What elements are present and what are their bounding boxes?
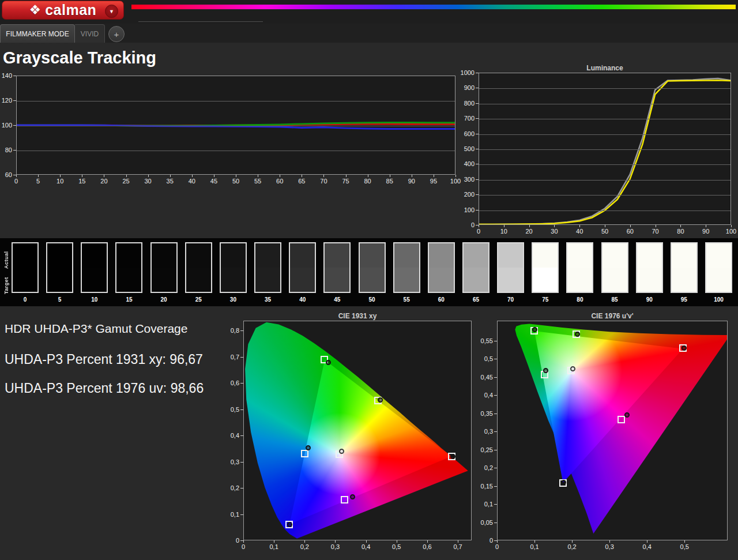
swatch-cell	[497, 242, 524, 293]
swatch-cell	[532, 242, 559, 293]
swatch-target-half	[82, 268, 107, 292]
y-axis-tick-label: 0	[236, 537, 239, 544]
x-axis-tick-mark	[258, 175, 258, 177]
x-axis-tick-label: 65	[298, 178, 305, 185]
x-axis-tick-mark	[16, 175, 17, 177]
swatch-cell	[12, 242, 39, 293]
measured-marker-blue	[561, 480, 566, 485]
x-axis-tick-label: 30	[144, 178, 151, 185]
gridline	[479, 149, 731, 150]
y-axis-tick-label: 900	[464, 84, 475, 91]
swatch-cell	[323, 242, 351, 293]
actual-series-line	[479, 80, 731, 224]
y-axis-tick-label: 0,05	[481, 519, 493, 526]
x-axis-tick-label: 70	[320, 178, 327, 185]
measured-marker-blue	[287, 522, 292, 527]
swatch-row-label-target: Target	[3, 270, 9, 294]
swatch-target-half	[429, 268, 454, 292]
swatch-target-half	[637, 268, 662, 292]
swatch-row-label-actual: Actual	[3, 245, 9, 269]
calman-logo-button[interactable]: ❖ calman ▼	[2, 1, 124, 20]
y-axis-tick-label: 0,2	[484, 464, 493, 471]
swatch-target-half	[152, 268, 176, 292]
x-axis-tick-mark	[192, 175, 193, 177]
add-tab-button[interactable]: +	[108, 26, 125, 42]
x-axis-tick-mark	[104, 175, 104, 177]
swatch-cell	[359, 242, 386, 293]
page-title: Grayscale Tracking	[3, 48, 156, 67]
tab-vivid[interactable]: VIVID	[75, 24, 105, 43]
x-axis-tick-mark	[366, 540, 367, 543]
x-axis-tick-label: 0,4	[362, 543, 370, 550]
x-axis-tick-mark	[412, 175, 412, 177]
swatch-actual-half	[82, 243, 107, 268]
x-axis-tick-mark	[390, 175, 390, 177]
x-axis-tick-label: 0,7	[453, 543, 462, 550]
gridline	[479, 211, 731, 211]
y-axis-tick-label: 0	[490, 537, 493, 544]
y-axis-tick-label: 120	[2, 97, 12, 104]
y-axis-tick-label: 0,8	[231, 327, 239, 334]
x-axis-tick-label: 0	[242, 543, 245, 550]
swatch-actual-half	[152, 243, 176, 268]
x-axis-tick-label: 50	[232, 178, 239, 185]
x-axis-tick-mark	[236, 175, 236, 177]
logo-menu-caret-button[interactable]: ▼	[105, 5, 118, 18]
x-axis-tick-mark	[148, 175, 149, 177]
x-axis-tick-label: 55	[254, 178, 261, 185]
luminance-series-canvas	[479, 73, 731, 224]
swatch-label: 30	[220, 296, 247, 303]
y-axis-tick-mark	[13, 125, 16, 126]
swatch-cell	[671, 242, 698, 293]
y-axis-tick-mark	[476, 103, 479, 104]
swatch-cell	[601, 242, 628, 293]
y-axis-tick-label: 0,45	[481, 374, 493, 381]
y-axis-tick-mark	[476, 73, 479, 73]
swatch-label: 40	[289, 296, 316, 303]
y-axis-tick-mark	[13, 100, 16, 101]
x-axis-tick-label: 100	[726, 228, 736, 235]
measured-marker-white	[339, 449, 344, 454]
x-axis-tick-mark	[335, 540, 336, 543]
gridline	[479, 180, 731, 181]
y-axis-tick-label: 0,55	[481, 337, 493, 344]
x-axis-tick-mark	[346, 175, 347, 177]
swatch-target-half	[325, 268, 349, 292]
measured-marker-magenta	[624, 412, 630, 418]
rgb_tracking-chart	[16, 76, 455, 175]
swatch-actual-half	[186, 243, 211, 268]
y-axis-tick-label: 0,1	[484, 501, 493, 508]
y-axis-tick-label: 140	[2, 72, 12, 79]
x-axis-tick-label: 80	[364, 178, 371, 185]
y-axis-tick-mark	[13, 150, 16, 151]
x-axis-tick-label: 20	[100, 178, 107, 185]
x-axis-tick-label: 70	[652, 228, 658, 235]
swatch-actual-half	[429, 243, 454, 268]
x-axis-tick-label: 80	[677, 228, 684, 235]
y-axis-tick-label: 0,4	[231, 432, 239, 439]
cie1931-chart	[243, 321, 472, 540]
y-axis-tick-mark	[494, 414, 497, 414]
x-axis-tick-mark	[572, 540, 573, 543]
swatch-target-half	[221, 268, 246, 292]
x-axis-tick-label: 0,5	[392, 543, 401, 550]
tab-filmmaker-mode[interactable]: FILMMAKER MODE	[0, 24, 75, 43]
x-axis-tick-mark	[706, 225, 706, 227]
x-axis-tick-label: 10	[500, 228, 507, 235]
x-axis-tick-mark	[126, 175, 127, 177]
swatch-label: 25	[185, 296, 212, 303]
x-axis-tick-mark	[302, 175, 302, 177]
target-marker-magenta	[617, 416, 625, 423]
y-axis-tick-label: 0,25	[481, 446, 493, 453]
x-axis-tick-mark	[554, 225, 555, 227]
x-axis-tick-label: 0	[495, 543, 499, 550]
x-axis-tick-mark	[434, 175, 434, 177]
swatch-cell	[254, 242, 281, 293]
swatch-cell	[46, 242, 73, 293]
x-axis-tick-mark	[605, 225, 605, 227]
swatch-label: 60	[428, 296, 455, 303]
y-axis-tick-mark	[240, 330, 243, 331]
swatch-actual-half	[290, 243, 315, 268]
y-axis-tick-mark	[494, 523, 497, 523]
gamut-coverage-title: HDR UHDA-P3* Gamut Coverage	[5, 322, 187, 336]
